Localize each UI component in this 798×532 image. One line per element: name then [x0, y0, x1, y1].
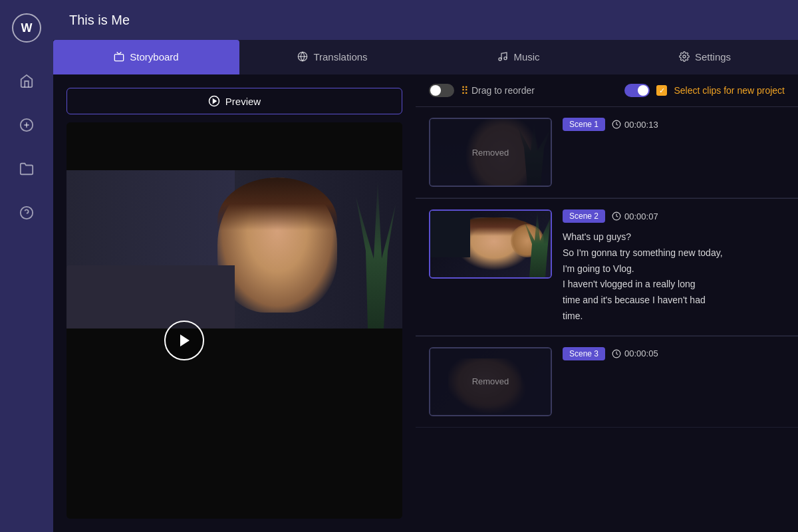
preview-button[interactable]: Preview [66, 88, 402, 114]
sidebar-item-home[interactable] [15, 69, 39, 93]
tab-bar: Storyboard Translations Music Settings [53, 40, 798, 74]
app-logo[interactable]: W [12, 13, 41, 43]
scene-2-thumbnail[interactable] [429, 209, 552, 279]
scene-1-info: Scene 1 00:00:13 [563, 118, 785, 138]
scene-2-info: Scene 2 00:00:07 What's up guys? So I'm … [563, 209, 785, 325]
sidebar: W [0, 0, 53, 532]
select-label: Select clips for new project [674, 85, 785, 96]
content-area: Preview [53, 74, 798, 532]
scene-item: Removed Scene 1 00:00:13 [416, 107, 798, 198]
scene-1-duration: 00:00:13 [612, 120, 658, 130]
scene-item: Removed Scene 3 00:00:05 [416, 336, 798, 428]
drag-toggle[interactable] [429, 84, 454, 97]
scene-1-label: Scene 1 [563, 118, 605, 131]
scene-1-badges: Scene 1 00:00:13 [563, 118, 785, 131]
removed-label: Removed [430, 119, 551, 186]
drag-toggle-group: ⠿ Drag to reorder [429, 84, 535, 97]
header: This is Me [53, 0, 798, 40]
select-toggle[interactable] [624, 84, 650, 97]
sidebar-item-library[interactable] [15, 157, 39, 181]
svg-point-9 [504, 57, 507, 60]
svg-marker-13 [180, 334, 190, 346]
scene-list-panel: ⠿ Drag to reorder ✓ Select clips for new… [416, 74, 798, 532]
page-title: This is Me [69, 13, 130, 28]
scene-3-label: Scene 3 [563, 347, 605, 360]
tab-music[interactable]: Music [426, 40, 612, 74]
tab-settings[interactable]: Settings [612, 40, 798, 74]
gear-icon [679, 51, 690, 62]
scene-item: Scene 2 00:00:07 What's up guys? So I'm … [416, 199, 798, 336]
scene-2-badges: Scene 2 00:00:07 [563, 209, 785, 223]
clock-icon [612, 349, 621, 358]
svg-marker-12 [213, 99, 216, 103]
scene-3-info: Scene 3 00:00:05 [563, 347, 785, 367]
scene-2-text: What's up guys? So I'm gonna try somethi… [563, 229, 785, 325]
sidebar-item-help[interactable] [15, 201, 39, 225]
svg-rect-5 [115, 55, 124, 61]
preview-panel: Preview [53, 74, 416, 532]
svg-point-8 [499, 58, 501, 61]
scene-2-duration: 00:00:07 [612, 211, 658, 221]
scene-3-badges: Scene 3 00:00:05 [563, 347, 785, 360]
play-circle-icon [208, 95, 220, 107]
play-icon [177, 332, 193, 348]
toolbar: ⠿ Drag to reorder ✓ Select clips for new… [416, 74, 798, 106]
sidebar-item-add[interactable] [15, 113, 39, 137]
scene-1-thumbnail[interactable]: Removed [429, 118, 552, 187]
play-button[interactable] [164, 321, 204, 360]
scene-3-thumbnail[interactable]: Removed [429, 347, 552, 416]
scene-3-duration: 00:00:05 [612, 348, 658, 358]
scene-2-label: Scene 2 [563, 209, 605, 223]
tab-translations[interactable]: Translations [239, 40, 426, 74]
drag-label: ⠿ Drag to reorder [461, 84, 535, 97]
tab-storyboard[interactable]: Storyboard [53, 40, 239, 74]
removed-label: Removed [430, 348, 551, 415]
clock-icon [612, 120, 621, 129]
video-player[interactable] [66, 122, 402, 519]
svg-point-10 [683, 55, 686, 58]
film-icon [114, 51, 124, 62]
clock-icon [612, 211, 621, 221]
music-icon [497, 51, 508, 62]
video-scene [66, 170, 402, 329]
globe-icon [297, 51, 308, 62]
select-check-icon: ✓ [656, 85, 667, 96]
main-panel: This is Me Storyboard Translations [53, 0, 798, 532]
select-toggle-group: ✓ Select clips for new project [624, 84, 785, 97]
